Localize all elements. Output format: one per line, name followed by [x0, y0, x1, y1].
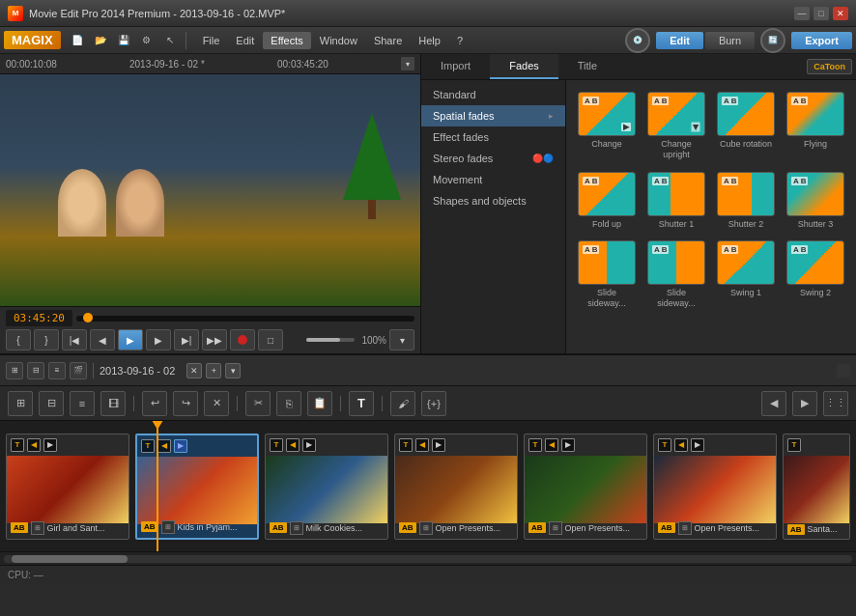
- tl-tool-nav-prev[interactable]: ◀: [761, 391, 786, 416]
- clip-4-t-icon: T: [399, 438, 413, 452]
- menu-effects[interactable]: Effects: [263, 32, 310, 49]
- timeline-view-btn-1[interactable]: ⊞: [6, 362, 23, 379]
- volume-slider[interactable]: [306, 338, 355, 342]
- tl-tool-effects[interactable]: {+}: [421, 391, 446, 416]
- effects-item-spatial-fades[interactable]: Spatial fades ▸: [421, 105, 565, 126]
- prev-scene-button[interactable]: |◀: [62, 329, 87, 350]
- tab-fades[interactable]: Fades: [490, 54, 558, 79]
- toolbar-pointer[interactable]: ↖: [159, 30, 181, 51]
- timeline-view-btn-3[interactable]: ≡: [48, 362, 66, 379]
- camera-button[interactable]: □: [258, 329, 283, 350]
- clip-milk-cookies[interactable]: T ◀ ▶ AB ⊞ Milk Cookies...: [265, 434, 388, 540]
- clip-3-name: Milk Cookies...: [306, 523, 384, 533]
- clip-santa[interactable]: T AB Santa...: [783, 434, 850, 540]
- timeline-view-btn-4[interactable]: 🎬: [70, 362, 87, 379]
- timeline-close-btn[interactable]: ✕: [186, 363, 202, 378]
- tl-tool-film[interactable]: 🎞: [100, 391, 126, 416]
- video-menu-button[interactable]: ▾: [401, 57, 414, 70]
- clip-kids-pyjam[interactable]: T ◀ ▶ AB ⊞ Kids in Pyjam...: [135, 434, 259, 540]
- fade-flying[interactable]: A B Flying: [783, 88, 848, 164]
- mark-in-button[interactable]: {: [6, 329, 31, 350]
- fade-cube-rotation[interactable]: A B Cube rotation: [713, 88, 779, 164]
- timeline-scroll[interactable]: T ◀ ▶ AB ⊞ Girl and Sant... T ◀ ▶: [0, 421, 856, 551]
- clip-girl-sant[interactable]: T ◀ ▶ AB ⊞ Girl and Sant...: [6, 434, 129, 540]
- tl-tool-storyboard[interactable]: ⊟: [39, 391, 64, 416]
- toolbar-open[interactable]: 📂: [90, 30, 111, 51]
- tl-tool-cut[interactable]: ✂: [245, 391, 271, 416]
- effects-item-stereo-fades[interactable]: Stereo fades 🔴🔵: [421, 148, 565, 169]
- fade-fold-up[interactable]: A B Fold up: [574, 168, 640, 234]
- window-controls[interactable]: — □ ✕: [794, 7, 848, 20]
- fade-shutter2[interactable]: A B Shutter 2: [713, 168, 779, 234]
- menu-window[interactable]: Window: [312, 32, 365, 49]
- menu-file[interactable]: File: [195, 32, 228, 49]
- tl-tool-delete[interactable]: ✕: [204, 391, 229, 416]
- fade-swing2[interactable]: A B Swing 2: [783, 237, 848, 313]
- toolbar-new[interactable]: 📄: [67, 30, 88, 51]
- fade-shutter3[interactable]: A B Shutter 3: [783, 168, 848, 234]
- timeline-hscrollbar[interactable]: [0, 551, 856, 565]
- tl-tool-text[interactable]: T: [349, 391, 374, 416]
- mark-out-button[interactable]: }: [34, 329, 59, 350]
- playhead[interactable]: [157, 421, 158, 551]
- fade-swing1[interactable]: A B Swing 1: [713, 237, 779, 313]
- tl-tool-nav-next[interactable]: ▶: [792, 391, 817, 416]
- progress-handle[interactable]: [83, 313, 93, 322]
- close-button[interactable]: ✕: [833, 7, 848, 20]
- toolbar-settings[interactable]: ⚙: [136, 30, 157, 51]
- fade-slide-sideway1[interactable]: A B Slide sideway...: [574, 237, 640, 313]
- tl-tool-more[interactable]: ⋮⋮: [823, 391, 848, 416]
- timeline-view-btn-2[interactable]: ⊟: [27, 362, 44, 379]
- fade-change[interactable]: A B ▶ Change: [574, 88, 640, 164]
- effects-item-standard[interactable]: Standard: [421, 84, 565, 105]
- fade-shutter1-label: Shutter 1: [659, 219, 695, 230]
- tl-tool-paste[interactable]: 📋: [307, 391, 332, 416]
- fade-slide-sideway2[interactable]: A B Slide sideway...: [643, 237, 709, 313]
- clip-open-presents-2[interactable]: T ◀ ▶ AB ⊞ Open Presents...: [524, 434, 647, 540]
- tl-tool-copy[interactable]: ⎘: [276, 391, 301, 416]
- menu-help[interactable]: Help: [411, 32, 448, 49]
- menu-share[interactable]: Share: [366, 32, 410, 49]
- video-time-left: 00:00:10:08: [6, 59, 57, 70]
- hscrollbar-track[interactable]: [4, 555, 852, 563]
- fade-fold-a: A B: [583, 177, 599, 185]
- tab-import[interactable]: Import: [421, 54, 490, 79]
- effects-tabs: Import Fades Title CaToon: [421, 54, 856, 80]
- maximize-button[interactable]: □: [813, 7, 829, 20]
- fade-shutter1[interactable]: A B Shutter 1: [643, 168, 709, 234]
- zoom-down-button[interactable]: ▾: [389, 329, 414, 350]
- prev-frame-button[interactable]: ◀: [90, 329, 115, 350]
- tl-tool-list[interactable]: ≡: [70, 391, 95, 416]
- record-button[interactable]: [230, 329, 255, 350]
- clip-open-presents-3[interactable]: T ◀ ▶ AB ⊞ Open Presents...: [653, 434, 777, 540]
- tl-tool-undo[interactable]: ↩: [142, 391, 167, 416]
- export-button[interactable]: Export: [791, 32, 852, 49]
- menu-extra[interactable]: ?: [449, 32, 471, 49]
- clip-1-ab-badge: AB: [11, 522, 28, 533]
- end-button[interactable]: ▶▶: [202, 329, 227, 350]
- next-scene-button[interactable]: ▶|: [174, 329, 199, 350]
- tab-title[interactable]: Title: [558, 54, 616, 79]
- clip-7-ab-badge: AB: [787, 524, 805, 535]
- effects-item-shapes-objects[interactable]: Shapes and objects: [421, 190, 565, 211]
- tl-tool-clip-view[interactable]: ⊞: [8, 391, 33, 416]
- effects-item-effect-fades[interactable]: Effect fades: [421, 126, 565, 148]
- next-frame-button[interactable]: ▶: [146, 329, 171, 350]
- toolbar-save[interactable]: 💾: [113, 30, 134, 51]
- timeline-right-btn[interactable]: [837, 364, 850, 378]
- fade-change-upright[interactable]: A B ▶ Change upright: [643, 88, 709, 164]
- clip-2-prev-icon: ◀: [157, 439, 171, 453]
- menu-edit[interactable]: Edit: [228, 32, 262, 49]
- timeline-dropdown-btn[interactable]: ▾: [225, 363, 241, 378]
- tl-tool-paint[interactable]: 🖌: [390, 391, 415, 416]
- edit-mode-button[interactable]: Edit: [656, 32, 703, 49]
- effects-item-movement[interactable]: Movement: [421, 169, 565, 190]
- minimize-button[interactable]: —: [794, 7, 810, 20]
- burn-button[interactable]: Burn: [705, 32, 755, 49]
- timeline-add-btn[interactable]: +: [206, 363, 221, 378]
- progress-bar[interactable]: [76, 316, 414, 322]
- play-button[interactable]: ▶: [118, 329, 143, 350]
- tl-tool-redo[interactable]: ↪: [173, 391, 198, 416]
- hscrollbar-thumb[interactable]: [12, 555, 128, 563]
- clip-open-presents-1[interactable]: T ◀ ▶ AB ⊞ Open Presents...: [394, 434, 518, 540]
